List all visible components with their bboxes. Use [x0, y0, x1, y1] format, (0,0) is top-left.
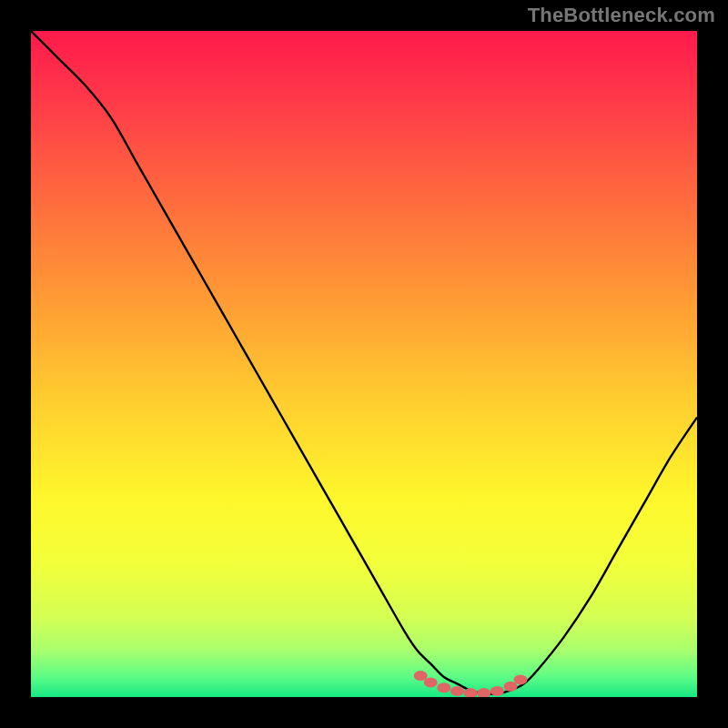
chart-frame: TheBottleneck.com: [0, 0, 728, 728]
chart-svg: [31, 31, 697, 697]
marker-dot: [450, 686, 464, 696]
marker-dot: [514, 674, 528, 684]
marker-dot: [437, 682, 450, 693]
watermark-text: TheBottleneck.com: [528, 4, 715, 27]
gradient-background: [31, 31, 697, 697]
marker-dot: [424, 677, 438, 687]
plot-area: [31, 31, 697, 697]
marker-dot: [490, 686, 504, 696]
